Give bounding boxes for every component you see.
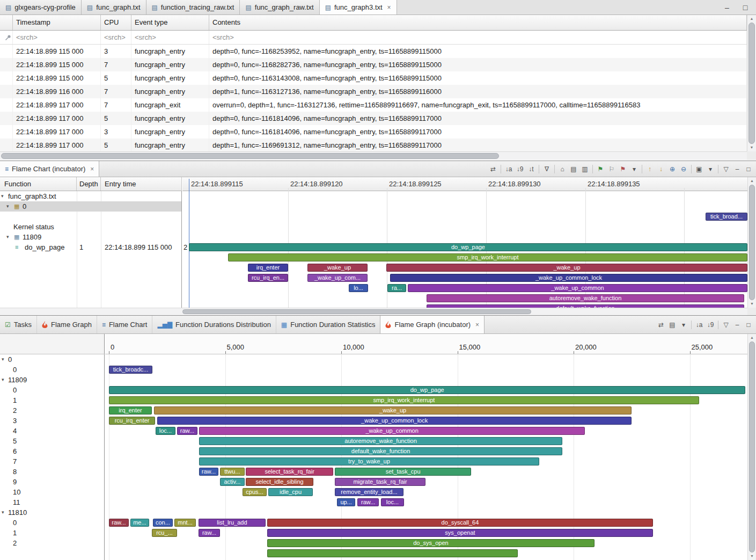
flame-bar[interactable]: raw... xyxy=(177,427,197,435)
view-tab[interactable]: ☑Tasks xyxy=(0,316,37,333)
flame-bar[interactable]: default_wake_function xyxy=(199,447,562,455)
sort-by-name-icon[interactable]: ↓a xyxy=(694,319,704,330)
pin-view-menu-icon[interactable]: ▾ xyxy=(705,163,716,174)
table-row[interactable]: 22:14:18.899 117 0005funcgraph_entrydept… xyxy=(0,112,747,125)
tree-row[interactable]: ▾▦0 xyxy=(0,201,181,212)
tree-row[interactable]: 2 xyxy=(0,405,104,416)
tree-row[interactable]: 6 xyxy=(0,446,104,456)
flame-bar[interactable]: _wake_up_com... xyxy=(307,274,368,282)
scroll-up-icon[interactable]: ▲ xyxy=(747,16,756,22)
view-tab[interactable]: ▦Function Duration Statistics xyxy=(276,316,381,333)
maximize-button[interactable]: □ xyxy=(740,2,751,13)
flame-bar[interactable]: con... xyxy=(153,519,173,527)
table-row[interactable]: 22:14:18.899 115 0007funcgraph_entrydept… xyxy=(0,58,747,71)
tree-row[interactable]: ▾▦11809 xyxy=(0,232,181,242)
tree-row[interactable]: 7 xyxy=(0,456,104,467)
scroll-down-icon[interactable]: ▼ xyxy=(747,144,756,151)
flame-bar[interactable]: _wake_up_common_lock xyxy=(390,274,747,282)
pin-view-icon[interactable]: ▣ xyxy=(694,163,704,174)
tree-row[interactable]: 1 xyxy=(0,395,104,405)
scroll-down-icon[interactable]: ▼ xyxy=(748,553,756,559)
flame-bar[interactable]: rcu_irq_enter xyxy=(109,417,155,425)
view-menu-icon[interactable]: ▽ xyxy=(721,319,731,330)
scroll-down-icon[interactable]: ▼ xyxy=(748,301,756,307)
align-views-icon[interactable]: ⇄ xyxy=(488,163,498,174)
filter-contents-input[interactable]: <srch> xyxy=(209,31,747,44)
tree-row[interactable]: 11 xyxy=(0,497,104,507)
prev-item-icon[interactable]: ↑ xyxy=(644,163,655,174)
flame-bar[interactable]: mnt... xyxy=(174,519,196,527)
expander-icon[interactable]: ▾ xyxy=(1,191,8,201)
flame-bar[interactable]: ttwu... xyxy=(220,468,245,476)
table-row[interactable]: 22:14:18.899 115 0005funcgraph_entrydept… xyxy=(0,71,747,85)
filter-event-type-input[interactable]: <srch> xyxy=(131,31,209,44)
zoom-out-icon[interactable]: ⊖ xyxy=(678,163,689,174)
tree-row[interactable]: ▾11809 xyxy=(0,375,104,385)
flame-bar[interactable]: idle_cpu xyxy=(268,488,313,496)
flame-bar[interactable] xyxy=(267,549,518,557)
table-row[interactable]: 22:14:18.899 117 0007funcgraph_exitoverr… xyxy=(0,98,747,112)
content-presentation-icon[interactable]: ▤ xyxy=(667,319,678,330)
flame-bar[interactable]: autoremove_wake_function xyxy=(427,294,744,302)
view-tab[interactable]: ≡Flame Chart xyxy=(97,316,153,333)
flame-bar[interactable]: smp_irq_work_interrupt xyxy=(228,253,747,261)
tree-row[interactable]: Kernel status xyxy=(0,222,181,232)
flamegraph-vscrollbar[interactable]: ▲ ▼ xyxy=(747,334,756,560)
table-row[interactable]: 22:14:18.899 116 0007funcgraph_entrydept… xyxy=(0,85,747,98)
tree-row[interactable]: 5 xyxy=(0,436,104,446)
flame-bar[interactable]: do_wp_page xyxy=(189,243,747,251)
tree-row[interactable]: 2 xyxy=(0,538,104,548)
tree-row[interactable]: 1 xyxy=(0,528,104,538)
flame-bar[interactable]: sys_openat xyxy=(267,529,653,537)
select-next-state-icon[interactable]: ▥ xyxy=(579,163,590,174)
expander-icon[interactable]: ▾ xyxy=(2,375,8,385)
column-header-function[interactable]: Function xyxy=(0,177,77,191)
marker-list-icon[interactable]: ▾ xyxy=(629,163,640,174)
flame-bar[interactable]: ra... xyxy=(387,284,406,292)
flamechart-hscrollbar[interactable] xyxy=(0,308,747,315)
editor-tab[interactable]: ▤func_graph.txt xyxy=(82,0,146,14)
flame-bar[interactable]: raw... xyxy=(357,498,379,506)
tree-row[interactable]: ▾0 xyxy=(0,354,104,365)
view-tab[interactable]: Flame Graph xyxy=(37,316,97,333)
editor-tab[interactable]: ▤func_graph3.txt× xyxy=(320,0,397,14)
tree-row[interactable]: 3 xyxy=(0,416,104,426)
prev-marker-icon[interactable]: ⚐ xyxy=(606,163,617,174)
flame-bar[interactable]: cpus... xyxy=(243,488,267,496)
flame-bar[interactable]: raw... xyxy=(109,519,129,527)
flame-bar[interactable]: do_syscall_64 xyxy=(267,519,653,527)
minimize-icon[interactable]: – xyxy=(732,319,743,330)
flame-bar[interactable]: migrate_task_rq_fair xyxy=(335,478,425,486)
next-marker-icon[interactable]: ⚑ xyxy=(618,163,628,174)
maximize-icon[interactable]: □ xyxy=(743,163,754,174)
view-tab[interactable]: ▂▅▇Function Durations Distribution xyxy=(152,316,276,333)
next-item-icon[interactable]: ↓ xyxy=(656,163,666,174)
tree-row[interactable]: 4 xyxy=(0,426,104,436)
column-header-entry-time[interactable]: Entry time xyxy=(101,177,182,191)
table-row[interactable]: 22:14:18.899 115 0003funcgraph_entrydept… xyxy=(0,45,747,58)
scroll-up-icon[interactable]: ▲ xyxy=(748,178,756,184)
editor-tab[interactable]: ▤glxgears-cyg-profile xyxy=(0,0,82,14)
sort-by-id-icon[interactable]: ↓9 xyxy=(705,319,716,330)
minimize-button[interactable]: – xyxy=(722,2,732,13)
scroll-up-icon[interactable]: ▲ xyxy=(748,334,756,341)
flame-bar[interactable]: _wake_up xyxy=(307,264,368,272)
tree-row[interactable]: ≡do_wp_page122:14:18.899 115 000 xyxy=(0,242,181,252)
flame-bar[interactable]: _wake_up_common_lock xyxy=(157,417,632,425)
editor-tab[interactable]: ▤func_graph_raw.txt xyxy=(240,0,319,14)
flame-bar[interactable]: remove_entity_load... xyxy=(335,488,403,496)
zoom-in-icon[interactable]: ⊕ xyxy=(667,163,678,174)
tree-row[interactable]: 0 xyxy=(0,365,104,375)
add-bookmark-icon[interactable]: ⚑ xyxy=(595,163,606,174)
flame-bar[interactable]: loc... xyxy=(381,498,404,506)
flame-bar[interactable]: rcu_... xyxy=(152,529,177,537)
flame-bar[interactable]: do_wp_page xyxy=(109,386,745,394)
editor-tab[interactable]: ▤function_tracing_raw.txt xyxy=(146,0,240,14)
column-header-timestamp[interactable]: Timestamp xyxy=(13,15,101,30)
flame-bar[interactable]: activ... xyxy=(220,478,245,486)
tree-row[interactable]: 0 xyxy=(0,518,104,528)
tree-row[interactable]: 0 xyxy=(0,385,104,395)
expander-icon[interactable]: ▾ xyxy=(2,354,8,365)
flame-bar[interactable]: irq_enter xyxy=(109,406,152,414)
filter-timestamp-input[interactable]: <srch> xyxy=(13,31,101,44)
